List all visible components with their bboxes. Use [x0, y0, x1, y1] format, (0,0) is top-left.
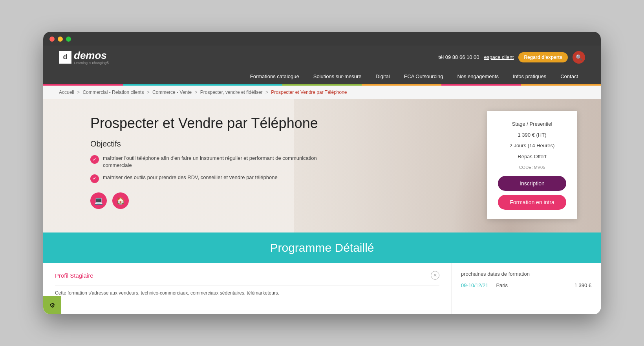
window-maximize-dot[interactable] [66, 37, 71, 42]
window-minimize-dot[interactable] [58, 37, 63, 42]
color-bar-3 [203, 84, 282, 86]
color-bar-1 [43, 84, 123, 86]
profil-text: Cette formation s'adresse aux vendeurs, … [55, 289, 439, 297]
france-badge-icon: 🏠 [112, 192, 129, 209]
logo-text[interactable]: demos [74, 49, 107, 61]
hero-section: Prospecter et Vendre par Téléphone Objec… [43, 99, 601, 232]
nav-item-eca[interactable]: ECA Outsourcing [397, 69, 450, 84]
phone-number: tél 09 88 66 10 00 [438, 54, 479, 60]
check-icon-1: ✓ [90, 155, 99, 164]
hero-content: Prospecter et Vendre par Téléphone Objec… [90, 115, 334, 209]
nav-item-solutions[interactable]: Solutions sur-mesure [306, 69, 369, 84]
search-icon: 🔍 [576, 54, 582, 60]
logo-tagline: Learning is changing® [74, 61, 109, 65]
nav-item-engagements[interactable]: Nos engagements [450, 69, 506, 84]
date-price-1: 1 390 € [574, 282, 591, 288]
breadcrumb-current: Prospecter et Vendre par Téléphone [271, 90, 347, 95]
left-panel: Profil Stagiaire ✕ Cette formation s'adr… [43, 263, 452, 314]
objective-item-2: ✓ maîtriser des outils pour prendre des … [90, 174, 334, 183]
card-type: Stage / Presentiel [498, 120, 566, 128]
card-code: CODE: MV05 [498, 165, 566, 170]
date-link-1[interactable]: 09-10/12/21 [461, 282, 488, 288]
breadcrumb-item-prospecter[interactable]: Prospecter, vendre et fidéliser [200, 90, 263, 95]
page-title: Prospecter et Vendre par Téléphone [90, 115, 334, 132]
nav-item-contact[interactable]: Contact [553, 69, 585, 84]
breadcrumb: Accueil > Commercial - Relation clients … [43, 86, 601, 99]
hero-badges: 💻 🏠 [90, 192, 334, 209]
color-bar-6 [441, 84, 521, 86]
objective-text-1: maîtriser l'outil téléphone afin d'en fa… [103, 155, 334, 169]
card-price: 1 390 € (HT) [498, 131, 566, 139]
color-bar-5 [362, 84, 441, 86]
breadcrumb-item-accueil[interactable]: Accueil [59, 90, 74, 95]
profil-title: Profil Stagiaire [55, 272, 93, 279]
gear-icon: ⚙ [49, 302, 55, 309]
search-button[interactable]: 🔍 [573, 51, 585, 64]
nav-item-formations[interactable]: Formations catalogue [243, 69, 306, 84]
intra-button[interactable]: Formation en intra [498, 195, 566, 210]
gear-widget[interactable]: ⚙ [43, 296, 61, 314]
date-row-1: 09-10/12/21 Paris 1 390 € [461, 282, 591, 288]
objective-text-2: maîtriser des outils pour prendre des RD… [103, 174, 278, 181]
info-card: Stage / Presentiel 1 390 € (HT) 2 Jours … [487, 111, 577, 219]
profil-stagiaire-section: Profil Stagiaire ✕ [55, 271, 439, 286]
breadcrumb-item-commerce[interactable]: Commerce - Vente [152, 90, 192, 95]
objectives-list: ✓ maîtriser l'outil téléphone afin d'en … [90, 155, 334, 183]
programme-title: Programme Détaillé [52, 241, 592, 254]
date-city-1: Paris [496, 282, 566, 288]
programme-header: Programme Détaillé [43, 232, 601, 263]
card-duration: 2 Jours (14 Heures) [498, 142, 566, 150]
color-bar-2 [123, 84, 203, 86]
color-bars [43, 84, 601, 86]
objectives-title: Objectifs [90, 139, 334, 148]
close-profil-button[interactable]: ✕ [431, 271, 439, 280]
bottom-content: Profil Stagiaire ✕ Cette formation s'adr… [43, 263, 601, 314]
color-bar-7 [521, 84, 601, 86]
inscription-button[interactable]: Inscription [498, 176, 566, 191]
window-close-dot[interactable] [49, 37, 55, 42]
dates-section-title: prochaines dates de formation [461, 271, 591, 277]
logo-area: d demos Learning is changing® [59, 49, 109, 65]
nav-item-digital[interactable]: Digital [369, 69, 397, 84]
objective-item-1: ✓ maîtriser l'outil téléphone afin d'en … [90, 155, 334, 169]
check-icon-2: ✓ [90, 174, 99, 183]
digital-badge-icon: 💻 [90, 192, 107, 209]
main-navigation: Formations catalogue Solutions sur-mesur… [43, 69, 601, 84]
breadcrumb-item-commercial[interactable]: Commercial - Relation clients [82, 90, 144, 95]
nav-item-infos[interactable]: Infos pratiques [506, 69, 553, 84]
regard-experts-button[interactable]: Regard d'experts [518, 52, 568, 62]
right-panel: prochaines dates de formation 09-10/12/2… [452, 263, 601, 314]
logo-icon: d [59, 51, 71, 64]
color-bar-4 [282, 84, 362, 86]
card-meal: Repas Offert [498, 153, 566, 161]
espace-client-link[interactable]: espace client [484, 54, 514, 60]
